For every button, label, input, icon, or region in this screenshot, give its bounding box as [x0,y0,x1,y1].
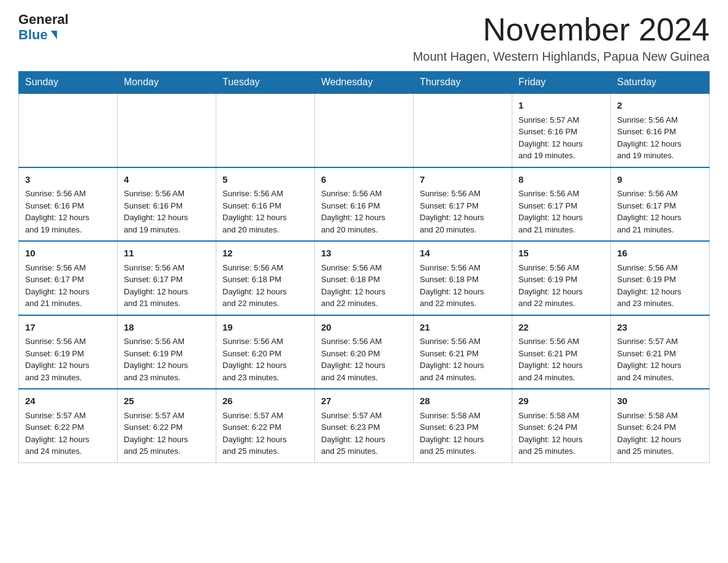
day-info: Sunrise: 5:56 AMSunset: 6:17 PMDaylight:… [617,188,703,236]
day-info: Sunrise: 5:57 AMSunset: 6:23 PMDaylight:… [321,410,407,458]
calendar-cell: 18Sunrise: 5:56 AMSunset: 6:19 PMDayligh… [118,315,216,389]
calendar-cell: 16Sunrise: 5:56 AMSunset: 6:19 PMDayligh… [611,241,710,315]
calendar-week-row: 3Sunrise: 5:56 AMSunset: 6:16 PMDaylight… [19,167,710,242]
calendar-cell: 26Sunrise: 5:57 AMSunset: 6:22 PMDayligh… [216,389,315,462]
calendar-cell: 25Sunrise: 5:57 AMSunset: 6:22 PMDayligh… [118,389,216,462]
calendar-cell [19,93,118,167]
calendar-cell [315,93,414,167]
day-number: 30 [617,394,703,408]
calendar-table: SundayMondayTuesdayWednesdayThursdayFrid… [18,71,710,463]
day-info: Sunrise: 5:56 AMSunset: 6:16 PMDaylight:… [25,188,111,236]
day-number: 25 [124,394,210,408]
day-info: Sunrise: 5:57 AMSunset: 6:22 PMDaylight:… [25,410,111,458]
day-number: 29 [518,394,604,408]
weekday-header-row: SundayMondayTuesdayWednesdayThursdayFrid… [19,72,710,94]
day-info: Sunrise: 5:56 AMSunset: 6:16 PMDaylight:… [617,114,703,162]
weekday-header-sunday: Sunday [19,72,118,94]
day-info: Sunrise: 5:58 AMSunset: 6:24 PMDaylight:… [617,410,703,458]
day-info: Sunrise: 5:56 AMSunset: 6:18 PMDaylight:… [420,262,506,310]
day-info: Sunrise: 5:56 AMSunset: 6:21 PMDaylight:… [518,335,604,383]
logo-general-text: General [18,12,69,27]
calendar-cell: 1Sunrise: 5:57 AMSunset: 6:16 PMDaylight… [512,93,611,167]
weekday-header-thursday: Thursday [414,72,512,94]
calendar-cell: 19Sunrise: 5:56 AMSunset: 6:20 PMDayligh… [216,315,315,389]
calendar-week-row: 10Sunrise: 5:56 AMSunset: 6:17 PMDayligh… [19,241,710,315]
calendar-cell [118,93,216,167]
weekday-header-tuesday: Tuesday [216,72,315,94]
day-number: 17 [25,321,111,335]
calendar-cell: 8Sunrise: 5:56 AMSunset: 6:17 PMDaylight… [512,167,611,242]
calendar-week-row: 24Sunrise: 5:57 AMSunset: 6:22 PMDayligh… [19,389,710,462]
day-number: 18 [124,321,210,335]
day-info: Sunrise: 5:56 AMSunset: 6:21 PMDaylight:… [420,335,506,383]
day-number: 8 [518,173,604,187]
logo-blue-text: Blue [18,27,57,43]
calendar-cell: 17Sunrise: 5:56 AMSunset: 6:19 PMDayligh… [19,315,118,389]
day-number: 28 [420,394,506,408]
day-info: Sunrise: 5:58 AMSunset: 6:23 PMDaylight:… [420,410,506,458]
location-title: Mount Hagen, Western Highlands, Papua Ne… [413,50,710,64]
day-info: Sunrise: 5:56 AMSunset: 6:16 PMDaylight:… [321,188,407,236]
calendar-cell: 29Sunrise: 5:58 AMSunset: 6:24 PMDayligh… [512,389,611,462]
day-info: Sunrise: 5:57 AMSunset: 6:21 PMDaylight:… [617,335,703,383]
day-number: 22 [518,321,604,335]
day-number: 10 [25,247,111,261]
calendar-cell: 15Sunrise: 5:56 AMSunset: 6:19 PMDayligh… [512,241,611,315]
day-number: 24 [25,394,111,408]
calendar-cell: 13Sunrise: 5:56 AMSunset: 6:18 PMDayligh… [315,241,414,315]
day-info: Sunrise: 5:56 AMSunset: 6:16 PMDaylight:… [222,188,308,236]
day-info: Sunrise: 5:56 AMSunset: 6:17 PMDaylight:… [25,262,111,310]
day-number: 27 [321,394,407,408]
day-info: Sunrise: 5:56 AMSunset: 6:19 PMDaylight:… [518,262,604,310]
day-info: Sunrise: 5:58 AMSunset: 6:24 PMDaylight:… [518,410,604,458]
day-info: Sunrise: 5:57 AMSunset: 6:22 PMDaylight:… [124,410,210,458]
weekday-header-saturday: Saturday [611,72,710,94]
calendar-cell: 14Sunrise: 5:56 AMSunset: 6:18 PMDayligh… [414,241,512,315]
day-number: 19 [222,321,308,335]
weekday-header-wednesday: Wednesday [315,72,414,94]
day-number: 11 [124,247,210,261]
calendar-cell: 21Sunrise: 5:56 AMSunset: 6:21 PMDayligh… [414,315,512,389]
day-number: 16 [617,247,703,261]
page-header: General Blue November 2024 Mount Hagen, … [18,12,710,64]
calendar-cell: 20Sunrise: 5:56 AMSunset: 6:20 PMDayligh… [315,315,414,389]
calendar-cell: 11Sunrise: 5:56 AMSunset: 6:17 PMDayligh… [118,241,216,315]
calendar-cell: 6Sunrise: 5:56 AMSunset: 6:16 PMDaylight… [315,167,414,242]
calendar-cell: 27Sunrise: 5:57 AMSunset: 6:23 PMDayligh… [315,389,414,462]
calendar-week-row: 1Sunrise: 5:57 AMSunset: 6:16 PMDaylight… [19,93,710,167]
day-info: Sunrise: 5:56 AMSunset: 6:17 PMDaylight:… [518,188,604,236]
day-number: 7 [420,173,506,187]
day-info: Sunrise: 5:56 AMSunset: 6:16 PMDaylight:… [124,188,210,236]
calendar-cell: 4Sunrise: 5:56 AMSunset: 6:16 PMDaylight… [118,167,216,242]
calendar-cell: 2Sunrise: 5:56 AMSunset: 6:16 PMDaylight… [611,93,710,167]
weekday-header-monday: Monday [118,72,216,94]
day-info: Sunrise: 5:56 AMSunset: 6:18 PMDaylight:… [222,262,308,310]
day-number: 15 [518,247,604,261]
day-number: 4 [124,173,210,187]
calendar-cell [414,93,512,167]
calendar-cell: 3Sunrise: 5:56 AMSunset: 6:16 PMDaylight… [19,167,118,242]
day-info: Sunrise: 5:56 AMSunset: 6:17 PMDaylight:… [124,262,210,310]
day-number: 23 [617,321,703,335]
title-block: November 2024 Mount Hagen, Western Highl… [413,12,710,64]
day-number: 14 [420,247,506,261]
day-info: Sunrise: 5:56 AMSunset: 6:19 PMDaylight:… [25,335,111,383]
day-info: Sunrise: 5:56 AMSunset: 6:18 PMDaylight:… [321,262,407,310]
calendar-cell [216,93,315,167]
day-number: 26 [222,394,308,408]
day-info: Sunrise: 5:56 AMSunset: 6:20 PMDaylight:… [321,335,407,383]
weekday-header-friday: Friday [512,72,611,94]
logo-triangle-icon [51,31,57,39]
calendar-week-row: 17Sunrise: 5:56 AMSunset: 6:19 PMDayligh… [19,315,710,389]
day-info: Sunrise: 5:57 AMSunset: 6:16 PMDaylight:… [518,114,604,162]
day-info: Sunrise: 5:56 AMSunset: 6:17 PMDaylight:… [420,188,506,236]
calendar-cell: 22Sunrise: 5:56 AMSunset: 6:21 PMDayligh… [512,315,611,389]
day-number: 5 [222,173,308,187]
calendar-cell: 24Sunrise: 5:57 AMSunset: 6:22 PMDayligh… [19,389,118,462]
calendar-cell: 5Sunrise: 5:56 AMSunset: 6:16 PMDaylight… [216,167,315,242]
day-info: Sunrise: 5:56 AMSunset: 6:19 PMDaylight:… [617,262,703,310]
logo: General Blue [18,12,69,43]
day-number: 2 [617,99,703,113]
day-info: Sunrise: 5:57 AMSunset: 6:22 PMDaylight:… [222,410,308,458]
day-number: 6 [321,173,407,187]
